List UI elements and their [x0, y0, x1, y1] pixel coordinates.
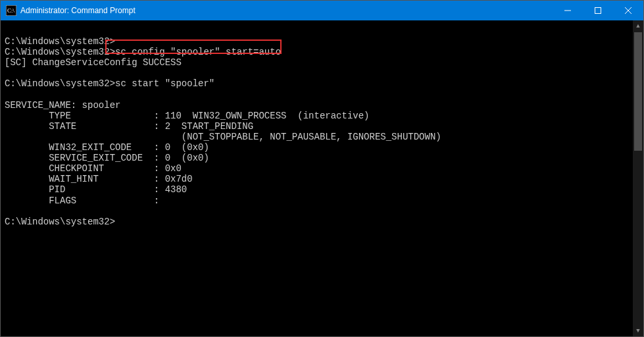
- terminal-line: WIN32_EXIT_CODE : 0 (0x0): [5, 142, 641, 153]
- terminal-line: [5, 206, 641, 217]
- scrollbar-thumb[interactable]: [634, 32, 642, 151]
- svg-rect-3: [595, 8, 601, 14]
- scroll-down-arrow[interactable]: ▼: [633, 325, 643, 336]
- terminal-line: WAIT_HINT : 0x7d0: [5, 174, 641, 184]
- terminal-line: [5, 26, 641, 36]
- titlebar[interactable]: C:\ Administrator: Command Prompt: [1, 1, 643, 20]
- terminal-line: [5, 68, 641, 78]
- terminal-line: C:\Windows\system32>: [5, 217, 641, 227]
- terminal-line: [SC] ChangeServiceConfig SUCCESS: [5, 57, 641, 68]
- terminal-line: FLAGS :: [5, 195, 641, 206]
- terminal-line: (NOT_STOPPABLE, NOT_PAUSABLE, IGNORES_SH…: [5, 132, 641, 142]
- terminal-line: PID : 4380: [5, 184, 641, 195]
- terminal-line: CHECKPOINT : 0x0: [5, 163, 641, 174]
- svg-text:C:\: C:\: [7, 7, 15, 14]
- vertical-scrollbar[interactable]: ▲ ▼: [633, 20, 643, 336]
- terminal-line: C:\Windows\system32>sc config "spooler" …: [5, 47, 641, 57]
- terminal-line: SERVICE_NAME: spooler: [5, 100, 641, 111]
- terminal-line: TYPE : 110 WIN32_OWN_PROCESS (interactiv…: [5, 111, 641, 121]
- cmd-icon: C:\: [6, 5, 16, 16]
- terminal-line: C:\Windows\system32>sc start "spooler": [5, 78, 641, 89]
- terminal-line: [5, 90, 641, 100]
- minimize-button[interactable]: [553, 1, 583, 20]
- close-button[interactable]: [613, 1, 643, 20]
- terminal-area[interactable]: C:\Windows\system32>C:\Windows\system32>…: [1, 20, 643, 336]
- scroll-up-arrow[interactable]: ▲: [633, 20, 643, 32]
- terminal-line: C:\Windows\system32>: [5, 36, 641, 47]
- cmd-window: C:\ Administrator: Command Prompt C:\Win…: [0, 0, 644, 337]
- maximize-button[interactable]: [583, 1, 613, 20]
- terminal-line: STATE : 2 START_PENDING: [5, 121, 641, 132]
- terminal-line: SERVICE_EXIT_CODE : 0 (0x0): [5, 153, 641, 163]
- window-title: Administrator: Command Prompt: [20, 6, 136, 15]
